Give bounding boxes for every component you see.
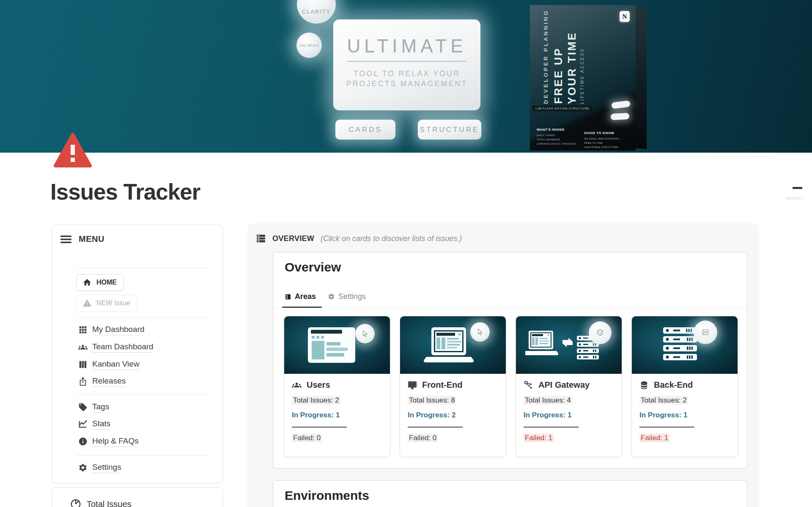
share-box-icon xyxy=(78,377,88,386)
environments-card: Environments xyxy=(273,480,747,507)
collapse-handle[interactable] xyxy=(793,187,802,189)
home-icon xyxy=(82,278,92,287)
total-issues-stat: Total Issues: 8 xyxy=(408,396,498,405)
main-panel: OVERVIEW (Click on cards to discover lis… xyxy=(247,223,759,507)
total-issues-label: Total Issues xyxy=(87,499,132,507)
gear-icon xyxy=(78,463,88,472)
area-name: Front-End xyxy=(422,380,463,390)
second-brain-bubble: 2ND BRAIN xyxy=(296,33,322,58)
cover-image: CLARITY 2ND BRAIN ULTIMATE TOOL TO RELAX… xyxy=(0,0,812,153)
area-card-back-end[interactable]: Back-End Total Issues: 2 In Progress: 1 … xyxy=(631,316,738,457)
sidebar-item-my-dashboard[interactable]: My Dashboard xyxy=(78,323,145,336)
overview-title: Overview xyxy=(285,260,341,274)
tabs-rule xyxy=(274,307,746,308)
in-progress-stat: In Progress: 1 xyxy=(292,411,382,419)
cube-icon xyxy=(595,328,605,337)
product-box-front-face: DEVELOPER PLANNING FREE UP YOUR TIME LIF… xyxy=(530,5,636,151)
sidebar-item-team-dashboard[interactable]: Team Dashboard xyxy=(78,341,154,354)
hero-title: ULTIMATE xyxy=(333,36,480,57)
overview-header-title: OVERVIEW xyxy=(272,234,314,243)
users-thumbnail xyxy=(284,316,390,374)
box-ribbon: LIMITLESS NOTION STRUCTURE xyxy=(532,106,593,111)
front-end-thumbnail xyxy=(400,316,506,374)
box-headline-line2: YOUR TIME xyxy=(565,32,579,104)
failed-stat: Failed: 1 xyxy=(524,434,614,442)
product-box: DEVELOPER PLANNING FREE UP YOUR TIME LIF… xyxy=(530,5,649,151)
overview-header: OVERVIEW (Click on cards to discover lis… xyxy=(256,233,462,244)
hero-card: ULTIMATE TOOL TO RELAX YOUR PROJECTS MAN… xyxy=(333,19,480,110)
clarity-bubble: CLARITY xyxy=(297,0,336,24)
menu-title: MENU xyxy=(79,234,104,244)
area-name: Users xyxy=(307,380,330,390)
sidebar-item-kanban-view[interactable]: Kanban View xyxy=(78,358,140,371)
structure-banner-button: STRUCTURE xyxy=(418,120,481,140)
monitor-icon xyxy=(408,381,417,390)
card-separator xyxy=(292,427,347,428)
warning-icon xyxy=(82,299,92,308)
new-issue-button[interactable]: NEW Issue xyxy=(76,295,137,312)
nodes-icon xyxy=(524,380,533,390)
tab-areas[interactable]: Areas xyxy=(285,292,316,307)
area-name: Back-End xyxy=(654,380,693,390)
area-card-users[interactable]: Users Total Issues: 2 In Progress: 1 Fai… xyxy=(284,316,390,457)
box-good-to-know: GOOD TO KNOW NO EMAIL REGISTRATION FREE … xyxy=(584,131,619,149)
sidebar-item-help-faqs[interactable]: Help & FAQs xyxy=(78,435,139,448)
notion-logo: N xyxy=(620,11,630,22)
browser-window-illustration xyxy=(308,327,355,363)
menu-divider xyxy=(76,268,211,268)
hero-subtitle-line2: PROJECTS MANAGEMENT xyxy=(333,79,480,89)
cards-banner-button: CARDS xyxy=(335,120,395,140)
environments-title: Environments xyxy=(285,488,369,503)
total-issues-stat: Total Issues: 2 xyxy=(639,396,730,405)
hamburger-icon[interactable] xyxy=(60,235,71,244)
area-card-front-end[interactable]: Front-End Total Issues: 8 In Progress: 2… xyxy=(400,316,506,457)
total-issues-row[interactable]: Total Issues xyxy=(70,499,132,507)
box-pill xyxy=(611,113,630,120)
cursor-icon xyxy=(476,328,484,336)
book-icon xyxy=(285,293,291,300)
box-headline-line1: FREE UP xyxy=(552,47,565,104)
info-icon xyxy=(78,437,88,446)
overview-card: Overview Areas Settings xyxy=(273,252,747,469)
hero-divider xyxy=(347,61,466,62)
in-progress-stat: In Progress: 2 xyxy=(408,411,498,419)
menu-divider xyxy=(76,395,211,395)
area-card-api-gateway[interactable]: API Gateway Total Issues: 4 In Progress:… xyxy=(516,316,622,457)
page-title: Issues Tracker xyxy=(50,179,200,205)
laptop-illustration xyxy=(424,326,474,364)
sidebar-item-tags[interactable]: Tags xyxy=(78,401,109,414)
sidebar-item-settings[interactable]: Settings xyxy=(78,461,121,474)
total-issues-stat: Total Issues: 4 xyxy=(524,396,614,405)
database-icon xyxy=(639,381,649,390)
collapse-handle-shadow xyxy=(785,197,804,200)
in-progress-stat: In Progress: 1 xyxy=(639,411,730,419)
pie-chart-icon xyxy=(70,499,81,507)
second-brain-bubble-label: 2ND BRAIN xyxy=(299,44,319,47)
box-vertical-label: DEVELOPER PLANNING xyxy=(543,9,549,104)
overview-tabs: Areas Settings xyxy=(285,292,366,307)
tag-icon xyxy=(78,403,88,412)
glow-badge xyxy=(355,324,375,343)
cursor-icon xyxy=(361,330,369,337)
sidebar-item-stats[interactable]: Stats xyxy=(78,418,110,430)
home-button[interactable]: HOME xyxy=(76,274,124,291)
chart-icon xyxy=(78,419,88,429)
glow-badge xyxy=(589,321,612,344)
tab-settings[interactable]: Settings xyxy=(328,292,366,307)
failed-stat: Failed: 0 xyxy=(292,434,382,442)
hero-subtitle-line1: TOOL TO RELAX YOUR xyxy=(333,69,480,79)
people-icon xyxy=(78,343,88,352)
gear-icon xyxy=(328,293,335,300)
card-separator xyxy=(408,427,463,428)
failed-stat: Failed: 0 xyxy=(408,434,498,442)
grid-icon xyxy=(78,325,88,334)
warning-page-icon[interactable] xyxy=(53,132,92,167)
box-access-label: LIFETIME ACCESS xyxy=(580,48,584,104)
active-tab-underline xyxy=(282,307,322,308)
overview-header-subtitle: (Click on cards to discover lists of iss… xyxy=(321,234,462,243)
glow-badge xyxy=(694,321,717,344)
sidebar-item-releases[interactable]: Releases xyxy=(78,375,126,388)
in-progress-stat: In Progress: 1 xyxy=(524,411,614,419)
menu-divider xyxy=(76,317,211,318)
server-rows-icon xyxy=(256,233,266,244)
